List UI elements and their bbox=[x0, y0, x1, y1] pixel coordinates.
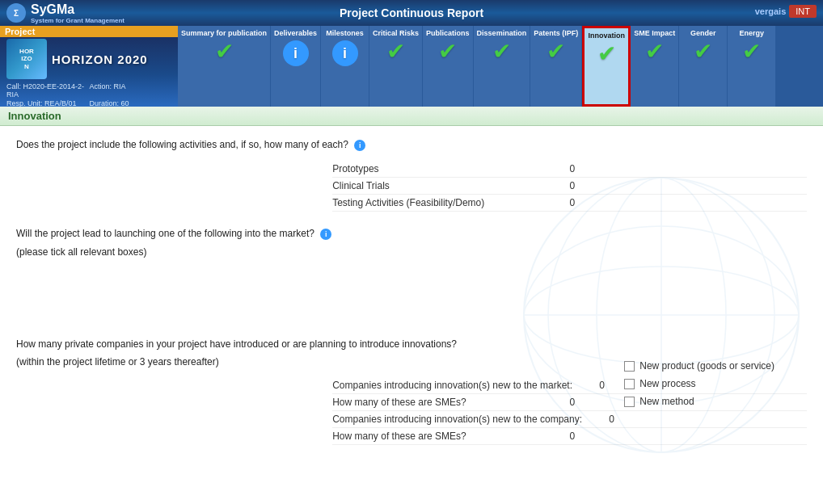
checkbox-new-process[interactable]: New process bbox=[624, 378, 774, 389]
tab-publications[interactable]: Publications ✔ bbox=[423, 26, 474, 107]
tab-deliverables[interactable]: Deliverables i bbox=[271, 26, 321, 107]
checkbox-new-product[interactable]: New product (goods or service) bbox=[624, 360, 774, 372]
tab-gender-check-icon: ✔ bbox=[694, 40, 712, 63]
table-row: Companies introducing innovation(s) new … bbox=[332, 411, 807, 428]
checkbox-new-product-box[interactable] bbox=[624, 361, 635, 372]
logo-text: SyGMa System for Grant Management bbox=[31, 2, 125, 24]
tabs-container: Summary for publication ✔ Deliverables i… bbox=[178, 26, 823, 107]
question2-info-button[interactable]: i bbox=[320, 229, 331, 240]
tab-sme-impact-check-icon: ✔ bbox=[645, 40, 664, 63]
project-duration: Duration: 60 bbox=[90, 99, 172, 107]
project-label: Project bbox=[0, 26, 178, 37]
tab-energy[interactable]: Energy ✔ bbox=[728, 26, 776, 107]
app-wrapper: Σ SyGMa System for Grant Management Proj… bbox=[0, 0, 823, 504]
tab-milestones-info-icon: i bbox=[332, 40, 358, 66]
question2-sub: (please tick all relevant boxes) bbox=[16, 246, 807, 258]
main-content: Does the project include the following a… bbox=[0, 126, 823, 504]
logo-area: Σ SyGMa System for Grant Management bbox=[0, 0, 131, 26]
logo-icon: Σ bbox=[6, 3, 26, 23]
checkboxes-panel: New product (goods or service) New proce… bbox=[624, 360, 774, 407]
tab-patents-check-icon: ✔ bbox=[547, 40, 565, 63]
tab-summary-check-icon: ✔ bbox=[215, 40, 234, 63]
project-panel: Project HORIZON HORIZON 2020 Call: H2020… bbox=[0, 26, 178, 107]
tab-critical-risks[interactable]: Critical Risks ✔ bbox=[369, 26, 423, 107]
tab-energy-check-icon: ✔ bbox=[742, 40, 761, 63]
table-row: Prototypes 0 bbox=[332, 161, 807, 178]
tab-innovation-check-icon: ✔ bbox=[597, 43, 616, 65]
project-info: Call: H2020-EE-2014-2-RIA Action: RIA Re… bbox=[0, 81, 178, 107]
header-title: Project Continuous Report bbox=[340, 6, 483, 19]
checkbox-new-method-box[interactable] bbox=[624, 397, 635, 407]
tab-critical-risks-check-icon: ✔ bbox=[386, 40, 405, 63]
question3-text: How many private companies in your proje… bbox=[16, 338, 807, 350]
table-row: Clinical Trials 0 bbox=[332, 178, 807, 195]
nav-row: Project HORIZON HORIZON 2020 Call: H2020… bbox=[0, 26, 823, 107]
table-row: How many of these are SMEs? 0 bbox=[332, 428, 807, 445]
checkbox-new-process-box[interactable] bbox=[624, 379, 635, 389]
tab-summary[interactable]: Summary for publication ✔ bbox=[178, 26, 271, 107]
tab-patents[interactable]: Patents (IPF) ✔ bbox=[530, 26, 582, 107]
tab-innovation[interactable]: Innovation ✔ bbox=[582, 26, 631, 107]
project-call: Call: H2020-EE-2014-2-RIA bbox=[6, 82, 89, 99]
tab-dissemination[interactable]: Dissemination ✔ bbox=[474, 26, 531, 107]
tab-gender[interactable]: Gender ✔ bbox=[679, 26, 728, 107]
top-header: Σ SyGMa System for Grant Management Proj… bbox=[0, 0, 823, 26]
tab-dissemination-check-icon: ✔ bbox=[492, 40, 511, 63]
section-header: Innovation bbox=[0, 107, 823, 126]
question1-info-button[interactable]: i bbox=[354, 140, 365, 151]
tab-sme-impact[interactable]: SME Impact ✔ bbox=[631, 26, 679, 107]
username: vergais bbox=[755, 6, 787, 16]
question1-data-table: Prototypes 0 Clinical Trials 0 Testing A… bbox=[332, 161, 807, 212]
tab-publications-check-icon: ✔ bbox=[438, 40, 457, 63]
user-area: vergais INT bbox=[755, 5, 817, 18]
question1-text: Does the project include the following a… bbox=[16, 139, 807, 151]
user-button[interactable]: INT bbox=[789, 5, 817, 18]
tab-milestones[interactable]: Milestones i bbox=[321, 26, 369, 107]
project-resp: Resp. Unit: REA/B/01 bbox=[6, 99, 89, 107]
question2-text: Will the project lead to launching one o… bbox=[16, 228, 807, 240]
checkbox-new-method[interactable]: New method bbox=[624, 396, 774, 407]
project-name: HORIZON 2020 bbox=[52, 52, 148, 66]
table-row: Testing Activities (Feasibility/Demo) 0 bbox=[332, 195, 807, 212]
tab-deliverables-info-icon: i bbox=[283, 40, 309, 66]
project-action: Action: RIA bbox=[90, 82, 172, 99]
